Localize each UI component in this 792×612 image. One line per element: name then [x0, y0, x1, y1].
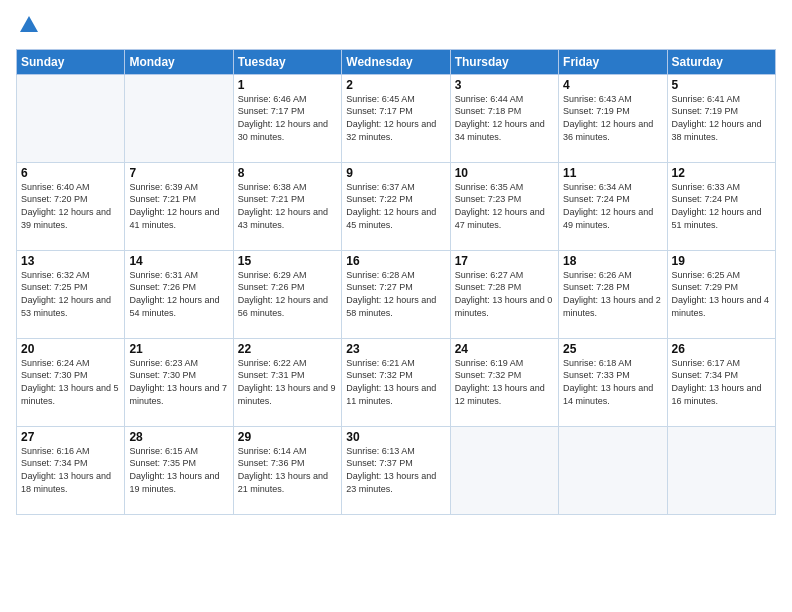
day-info: Sunrise: 6:17 AM Sunset: 7:34 PM Dayligh…	[672, 357, 771, 407]
calendar-cell: 8Sunrise: 6:38 AM Sunset: 7:21 PM Daylig…	[233, 162, 341, 250]
day-number: 28	[129, 430, 228, 444]
day-info: Sunrise: 6:41 AM Sunset: 7:19 PM Dayligh…	[672, 93, 771, 143]
weekday-header-sunday: Sunday	[17, 49, 125, 74]
calendar-cell: 16Sunrise: 6:28 AM Sunset: 7:27 PM Dayli…	[342, 250, 450, 338]
week-row-5: 27Sunrise: 6:16 AM Sunset: 7:34 PM Dayli…	[17, 426, 776, 514]
calendar-cell	[125, 74, 233, 162]
calendar-cell	[559, 426, 667, 514]
calendar-cell: 12Sunrise: 6:33 AM Sunset: 7:24 PM Dayli…	[667, 162, 775, 250]
calendar-cell: 15Sunrise: 6:29 AM Sunset: 7:26 PM Dayli…	[233, 250, 341, 338]
weekday-header-friday: Friday	[559, 49, 667, 74]
day-info: Sunrise: 6:13 AM Sunset: 7:37 PM Dayligh…	[346, 445, 445, 495]
calendar-cell: 17Sunrise: 6:27 AM Sunset: 7:28 PM Dayli…	[450, 250, 558, 338]
day-info: Sunrise: 6:23 AM Sunset: 7:30 PM Dayligh…	[129, 357, 228, 407]
day-number: 9	[346, 166, 445, 180]
day-info: Sunrise: 6:33 AM Sunset: 7:24 PM Dayligh…	[672, 181, 771, 231]
day-info: Sunrise: 6:18 AM Sunset: 7:33 PM Dayligh…	[563, 357, 662, 407]
calendar-cell: 29Sunrise: 6:14 AM Sunset: 7:36 PM Dayli…	[233, 426, 341, 514]
day-info: Sunrise: 6:19 AM Sunset: 7:32 PM Dayligh…	[455, 357, 554, 407]
day-number: 27	[21, 430, 120, 444]
page: SundayMondayTuesdayWednesdayThursdayFrid…	[0, 0, 792, 612]
day-number: 30	[346, 430, 445, 444]
calendar-cell: 10Sunrise: 6:35 AM Sunset: 7:23 PM Dayli…	[450, 162, 558, 250]
day-number: 2	[346, 78, 445, 92]
day-info: Sunrise: 6:35 AM Sunset: 7:23 PM Dayligh…	[455, 181, 554, 231]
day-number: 25	[563, 342, 662, 356]
day-info: Sunrise: 6:31 AM Sunset: 7:26 PM Dayligh…	[129, 269, 228, 319]
day-number: 22	[238, 342, 337, 356]
day-info: Sunrise: 6:28 AM Sunset: 7:27 PM Dayligh…	[346, 269, 445, 319]
calendar-cell	[450, 426, 558, 514]
week-row-3: 13Sunrise: 6:32 AM Sunset: 7:25 PM Dayli…	[17, 250, 776, 338]
day-number: 24	[455, 342, 554, 356]
day-info: Sunrise: 6:43 AM Sunset: 7:19 PM Dayligh…	[563, 93, 662, 143]
day-info: Sunrise: 6:44 AM Sunset: 7:18 PM Dayligh…	[455, 93, 554, 143]
day-info: Sunrise: 6:29 AM Sunset: 7:26 PM Dayligh…	[238, 269, 337, 319]
day-number: 11	[563, 166, 662, 180]
day-info: Sunrise: 6:16 AM Sunset: 7:34 PM Dayligh…	[21, 445, 120, 495]
day-info: Sunrise: 6:24 AM Sunset: 7:30 PM Dayligh…	[21, 357, 120, 407]
calendar-cell: 18Sunrise: 6:26 AM Sunset: 7:28 PM Dayli…	[559, 250, 667, 338]
logo	[16, 14, 40, 41]
day-number: 1	[238, 78, 337, 92]
calendar-cell: 4Sunrise: 6:43 AM Sunset: 7:19 PM Daylig…	[559, 74, 667, 162]
day-number: 19	[672, 254, 771, 268]
day-info: Sunrise: 6:46 AM Sunset: 7:17 PM Dayligh…	[238, 93, 337, 143]
day-number: 6	[21, 166, 120, 180]
week-row-2: 6Sunrise: 6:40 AM Sunset: 7:20 PM Daylig…	[17, 162, 776, 250]
day-number: 26	[672, 342, 771, 356]
day-number: 15	[238, 254, 337, 268]
day-info: Sunrise: 6:15 AM Sunset: 7:35 PM Dayligh…	[129, 445, 228, 495]
day-number: 4	[563, 78, 662, 92]
calendar-cell: 22Sunrise: 6:22 AM Sunset: 7:31 PM Dayli…	[233, 338, 341, 426]
day-number: 13	[21, 254, 120, 268]
calendar-cell: 2Sunrise: 6:45 AM Sunset: 7:17 PM Daylig…	[342, 74, 450, 162]
day-info: Sunrise: 6:21 AM Sunset: 7:32 PM Dayligh…	[346, 357, 445, 407]
day-number: 14	[129, 254, 228, 268]
header	[16, 10, 776, 41]
svg-marker-0	[20, 16, 38, 32]
day-info: Sunrise: 6:22 AM Sunset: 7:31 PM Dayligh…	[238, 357, 337, 407]
calendar-cell: 27Sunrise: 6:16 AM Sunset: 7:34 PM Dayli…	[17, 426, 125, 514]
calendar-cell: 11Sunrise: 6:34 AM Sunset: 7:24 PM Dayli…	[559, 162, 667, 250]
day-info: Sunrise: 6:37 AM Sunset: 7:22 PM Dayligh…	[346, 181, 445, 231]
day-info: Sunrise: 6:32 AM Sunset: 7:25 PM Dayligh…	[21, 269, 120, 319]
weekday-header-row: SundayMondayTuesdayWednesdayThursdayFrid…	[17, 49, 776, 74]
calendar-cell: 28Sunrise: 6:15 AM Sunset: 7:35 PM Dayli…	[125, 426, 233, 514]
calendar-cell: 3Sunrise: 6:44 AM Sunset: 7:18 PM Daylig…	[450, 74, 558, 162]
calendar-cell: 7Sunrise: 6:39 AM Sunset: 7:21 PM Daylig…	[125, 162, 233, 250]
day-info: Sunrise: 6:34 AM Sunset: 7:24 PM Dayligh…	[563, 181, 662, 231]
day-number: 21	[129, 342, 228, 356]
calendar-cell	[667, 426, 775, 514]
day-info: Sunrise: 6:27 AM Sunset: 7:28 PM Dayligh…	[455, 269, 554, 319]
calendar-cell: 19Sunrise: 6:25 AM Sunset: 7:29 PM Dayli…	[667, 250, 775, 338]
calendar-cell	[17, 74, 125, 162]
day-number: 8	[238, 166, 337, 180]
week-row-4: 20Sunrise: 6:24 AM Sunset: 7:30 PM Dayli…	[17, 338, 776, 426]
day-number: 20	[21, 342, 120, 356]
weekday-header-wednesday: Wednesday	[342, 49, 450, 74]
day-number: 23	[346, 342, 445, 356]
calendar-cell: 25Sunrise: 6:18 AM Sunset: 7:33 PM Dayli…	[559, 338, 667, 426]
day-info: Sunrise: 6:40 AM Sunset: 7:20 PM Dayligh…	[21, 181, 120, 231]
day-info: Sunrise: 6:26 AM Sunset: 7:28 PM Dayligh…	[563, 269, 662, 319]
calendar-cell: 14Sunrise: 6:31 AM Sunset: 7:26 PM Dayli…	[125, 250, 233, 338]
day-number: 18	[563, 254, 662, 268]
day-info: Sunrise: 6:14 AM Sunset: 7:36 PM Dayligh…	[238, 445, 337, 495]
day-number: 17	[455, 254, 554, 268]
calendar-cell: 6Sunrise: 6:40 AM Sunset: 7:20 PM Daylig…	[17, 162, 125, 250]
day-number: 16	[346, 254, 445, 268]
calendar-cell: 26Sunrise: 6:17 AM Sunset: 7:34 PM Dayli…	[667, 338, 775, 426]
day-info: Sunrise: 6:45 AM Sunset: 7:17 PM Dayligh…	[346, 93, 445, 143]
day-number: 3	[455, 78, 554, 92]
day-number: 29	[238, 430, 337, 444]
day-number: 5	[672, 78, 771, 92]
day-info: Sunrise: 6:38 AM Sunset: 7:21 PM Dayligh…	[238, 181, 337, 231]
calendar: SundayMondayTuesdayWednesdayThursdayFrid…	[16, 49, 776, 515]
logo-icon	[18, 14, 40, 36]
calendar-cell: 30Sunrise: 6:13 AM Sunset: 7:37 PM Dayli…	[342, 426, 450, 514]
calendar-cell: 21Sunrise: 6:23 AM Sunset: 7:30 PM Dayli…	[125, 338, 233, 426]
weekday-header-monday: Monday	[125, 49, 233, 74]
day-info: Sunrise: 6:39 AM Sunset: 7:21 PM Dayligh…	[129, 181, 228, 231]
day-number: 10	[455, 166, 554, 180]
